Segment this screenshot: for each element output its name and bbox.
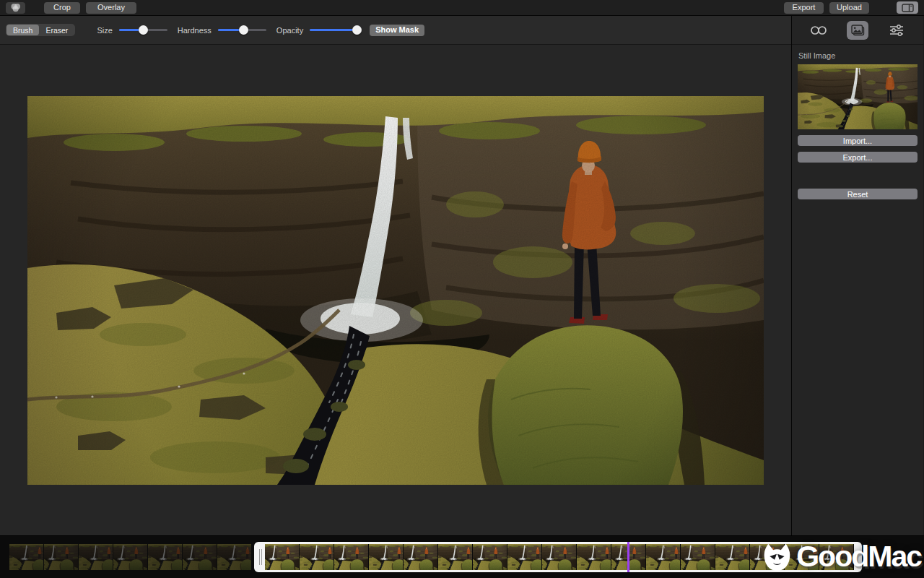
slider-thumb[interactable] — [139, 25, 148, 35]
hardness-slider-group: Hardness — [178, 25, 266, 35]
crop-button[interactable]: Crop — [44, 2, 80, 14]
filmstrip-frame[interactable] — [507, 544, 542, 570]
filmstrip-frame[interactable] — [715, 544, 750, 570]
filmstrip-outside-selection — [9, 544, 252, 570]
show-mask-button[interactable]: Show Mask — [370, 25, 424, 36]
tab-loop[interactable] — [808, 21, 829, 40]
filmstrip-frame[interactable] — [646, 544, 681, 570]
grip-line — [261, 549, 262, 565]
sidebar-toggle-icon — [902, 4, 914, 12]
filmstrip-frame[interactable] — [334, 544, 369, 570]
filmstrip-frame[interactable] — [681, 544, 715, 570]
filmstrip-frame[interactable] — [44, 544, 79, 570]
filmstrip-frame[interactable] — [542, 544, 577, 570]
timeline-filmstrip: GoodMac — [0, 535, 924, 578]
title-toolbar: Crop Overlay Export Upload — [0, 0, 924, 16]
watermark-text: GoodMac — [796, 540, 921, 574]
reset-button[interactable]: Reset — [798, 189, 918, 199]
size-slider-group: Size — [97, 25, 167, 35]
photos-icon — [850, 24, 865, 37]
hardness-label: Hardness — [178, 26, 212, 35]
filmstrip-frame[interactable] — [113, 544, 148, 570]
overlay-button[interactable]: Overlay — [86, 2, 136, 14]
filmstrip-frame[interactable] — [369, 544, 404, 570]
slider-fill — [310, 29, 357, 31]
hardness-slider[interactable] — [218, 25, 266, 35]
edited-image-canvas[interactable] — [27, 96, 764, 485]
size-slider[interactable] — [119, 25, 167, 35]
slider-thumb[interactable] — [352, 25, 362, 35]
slider-thumb[interactable] — [239, 25, 248, 35]
grip-line — [259, 549, 260, 565]
filmstrip-frame[interactable] — [265, 544, 300, 570]
import-button[interactable]: Import... — [798, 135, 918, 146]
overlapping-circles-icon — [9, 3, 22, 12]
loop-infinity-icon — [810, 25, 827, 35]
adjustments-sliders-icon — [889, 24, 904, 37]
filmstrip-frame[interactable] — [217, 544, 252, 570]
filmstrip-frame[interactable] — [577, 544, 611, 570]
filmstrip-frame[interactable] — [473, 544, 507, 570]
opacity-slider-group: Opacity — [276, 25, 358, 35]
goodmac-cat-icon — [757, 539, 795, 574]
filmstrip-frame[interactable] — [148, 544, 183, 570]
app-window: Crop Overlay Export Upload Brush Eraser … — [0, 0, 924, 578]
inspector-sidebar: Still Image Import... Export... Reset — [792, 16, 923, 535]
filmstrip-frame[interactable] — [9, 544, 44, 570]
timeline-playhead[interactable] — [627, 542, 629, 572]
tab-adjustments[interactable] — [886, 21, 907, 40]
filmstrip-frame[interactable] — [183, 544, 217, 570]
trim-handle-left[interactable] — [256, 544, 265, 570]
size-label: Size — [97, 26, 112, 35]
inspector-tabs — [792, 16, 923, 45]
sidebar-toggle-button[interactable] — [897, 1, 918, 14]
blend-mode-button[interactable] — [6, 2, 25, 14]
tab-still-image[interactable] — [847, 21, 868, 40]
still-image-thumbnail[interactable] — [798, 64, 918, 129]
opacity-slider[interactable] — [310, 25, 358, 35]
eraser-tab[interactable]: Eraser — [39, 25, 74, 35]
brush-eraser-segment: Brush Eraser — [6, 24, 75, 36]
editor-column: Brush Eraser Size Hardness — [0, 16, 792, 535]
brush-tab[interactable]: Brush — [6, 25, 39, 35]
opacity-label: Opacity — [276, 26, 303, 35]
filmstrip-frame[interactable] — [300, 544, 334, 570]
watermark: GoodMac — [757, 539, 921, 574]
still-image-section-label: Still Image — [792, 45, 923, 64]
filmstrip-frame[interactable] — [79, 544, 113, 570]
canvas-area — [0, 45, 791, 535]
brush-options-toolbar: Brush Eraser Size Hardness — [0, 16, 791, 45]
upload-button[interactable]: Upload — [829, 2, 869, 14]
filmstrip-frame[interactable] — [404, 544, 438, 570]
export-still-button[interactable]: Export... — [798, 152, 918, 163]
export-button[interactable]: Export — [784, 2, 824, 14]
filmstrip-frame[interactable] — [438, 544, 473, 570]
